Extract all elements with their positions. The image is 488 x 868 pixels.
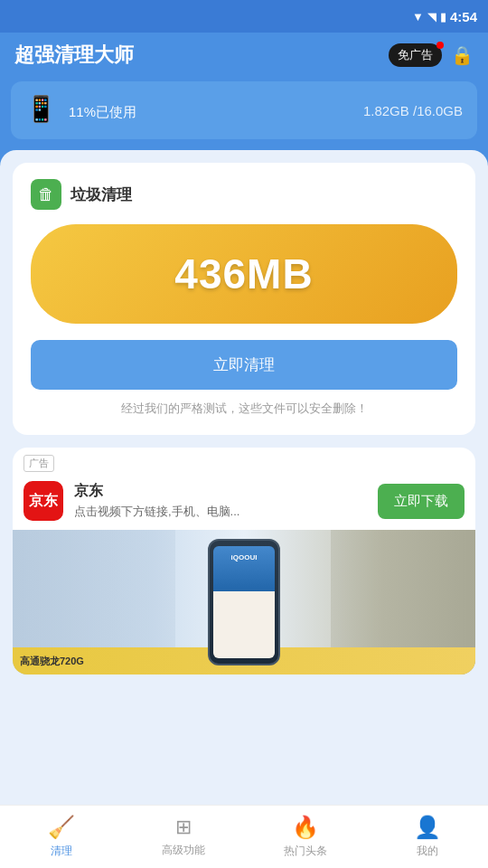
ad-bottom-text: 高通骁龙720G xyxy=(20,655,84,668)
app-title: 超强清理大师 xyxy=(14,42,134,69)
no-ad-badge[interactable]: 免广告 xyxy=(389,43,442,67)
main-content: 🗑 垃圾清理 436MB 立即清理 经过我们的严格测试，这些文件可以安全删除！ … xyxy=(0,150,488,810)
phone-storage-icon: 📱 xyxy=(25,94,58,127)
size-display: 436MB xyxy=(31,224,457,324)
nav-item-profile[interactable]: 👤 我的 xyxy=(366,807,488,866)
ad-image-area: iQOOUI ‹ 高通骁龙720G xyxy=(13,530,475,675)
card-header: 🗑 垃圾清理 xyxy=(31,179,457,210)
ad-card: 广告 京东 京东 点击视频下方链接,手机、电脑... 立即下载 iQOOUI ‹ xyxy=(13,448,475,675)
trash-icon: 🗑 xyxy=(31,179,61,210)
ad-header: 京东 京东 点击视频下方链接,手机、电脑... 立即下载 xyxy=(13,477,475,530)
advanced-nav-label: 高级功能 xyxy=(162,843,205,858)
battery-icon: ▮ xyxy=(440,10,446,24)
nav-item-clean[interactable]: 🧹 清理 xyxy=(0,807,122,866)
ad-app-name: 京东 xyxy=(74,482,367,501)
profile-nav-label: 我的 xyxy=(417,844,438,859)
card-title: 垃圾清理 xyxy=(70,184,132,205)
nav-item-news[interactable]: 🔥 热门头条 xyxy=(244,807,366,866)
status-bar: ▼ ◥ ▮ 4:54 xyxy=(0,0,488,33)
ad-app-desc: 点击视频下方链接,手机、电脑... xyxy=(74,504,255,520)
jd-logo: 京东 xyxy=(23,481,63,521)
signal-icon: ◥ xyxy=(427,10,436,24)
storage-card: 📱 11%已使用 1.82GB /16.0GB xyxy=(11,81,477,139)
clean-button[interactable]: 立即清理 xyxy=(31,340,457,390)
nav-item-advanced[interactable]: ⊞ 高级功能 xyxy=(122,808,244,865)
storage-left: 📱 11%已使用 xyxy=(25,94,136,127)
download-button[interactable]: 立即下载 xyxy=(378,484,465,519)
iqoo-brand-text: iQOOUI xyxy=(231,553,258,561)
nav-arrows: ‹ xyxy=(215,599,218,607)
header-actions: 免广告 🔒 xyxy=(389,43,474,67)
bottom-nav: 🧹 清理 ⊞ 高级功能 🔥 热门头条 👤 我的 xyxy=(0,805,488,868)
clean-card: 🗑 垃圾清理 436MB 立即清理 经过我们的严格测试，这些文件可以安全删除！ xyxy=(13,163,475,435)
status-icons: ▼ ◥ ▮ 4:54 xyxy=(412,9,477,24)
ad-label: 广告 xyxy=(23,455,54,472)
news-nav-icon: 🔥 xyxy=(292,815,319,840)
clean-nav-label: 清理 xyxy=(51,844,72,859)
notification-dot xyxy=(436,42,444,49)
advanced-nav-icon: ⊞ xyxy=(175,816,192,839)
clean-description: 经过我们的严格测试，这些文件可以安全删除！ xyxy=(31,401,457,417)
wifi-icon: ▼ xyxy=(412,10,424,24)
ad-info: 京东 点击视频下方链接,手机、电脑... xyxy=(74,482,367,520)
profile-nav-icon: 👤 xyxy=(414,815,441,840)
status-time: 4:54 xyxy=(450,9,477,24)
lock-icon[interactable]: 🔒 xyxy=(451,44,474,66)
trash-size: 436MB xyxy=(174,250,313,297)
phone-preview: iQOOUI ‹ xyxy=(208,539,280,665)
clean-nav-icon: 🧹 xyxy=(48,815,75,840)
storage-usage-percent: 11%已使用 xyxy=(69,100,136,121)
phone-screen: iQOOUI ‹ xyxy=(213,546,275,658)
news-nav-label: 热门头条 xyxy=(284,844,327,859)
app-header: 超强清理大师 免广告 🔒 xyxy=(0,33,488,81)
storage-total: 1.82GB /16.0GB xyxy=(363,103,463,118)
